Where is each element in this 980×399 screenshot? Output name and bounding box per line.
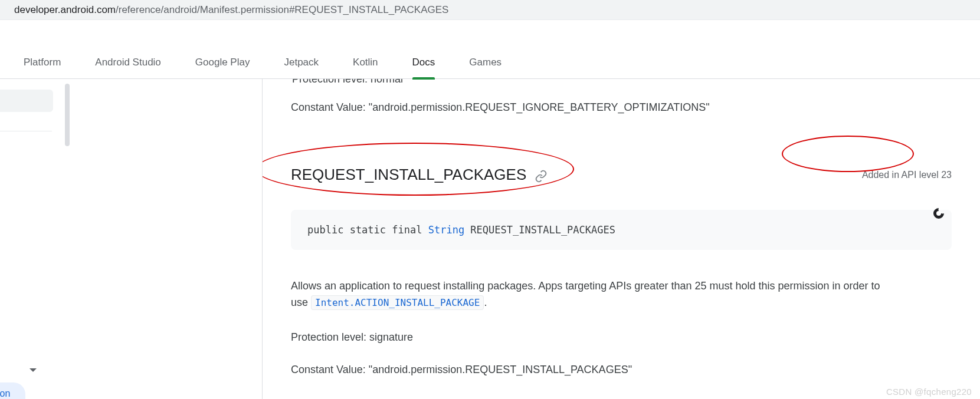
sidebar-item-permission-fragment[interactable]: ssion: [0, 382, 25, 399]
tab-jetpack[interactable]: Jetpack: [284, 46, 319, 79]
tab-docs[interactable]: Docs: [412, 46, 435, 79]
tab-google-play[interactable]: Google Play: [195, 46, 250, 79]
url-path: /reference/android/Manifest.permission#R…: [116, 4, 448, 16]
section-heading-text: REQUEST_INSTALL_PACKAGES: [291, 166, 526, 184]
protection-level: Protection level: signature: [291, 331, 952, 344]
svg-point-0: [936, 211, 941, 216]
tab-games[interactable]: Games: [469, 46, 502, 79]
main-content: Protection level: normal Constant Value:…: [263, 79, 980, 399]
code-name: REQUEST_INSTALL_PACKAGES: [464, 224, 615, 236]
sidebar-scrollbar-thumb[interactable]: [65, 84, 70, 146]
tab-kotlin[interactable]: Kotlin: [353, 46, 378, 79]
link-icon[interactable]: [535, 169, 548, 182]
url-domain: developer.android.com: [14, 4, 116, 16]
previous-section-tail: Protection level: normal Constant Value:…: [291, 79, 952, 114]
left-sidebar: ssion: [0, 79, 70, 399]
prev-constant-value: Constant Value: "android.permission.REQU…: [291, 101, 952, 114]
constant-value: Constant Value: "android.permission.REQU…: [291, 364, 952, 376]
description-post: .: [484, 296, 487, 308]
api-level-badge[interactable]: Added in API level 23: [862, 170, 952, 180]
code-type[interactable]: String: [428, 224, 464, 236]
tab-platform[interactable]: Platform: [24, 46, 61, 79]
section-heading: REQUEST_INSTALL_PACKAGES: [291, 166, 548, 184]
chevron-down-icon[interactable]: [30, 368, 37, 375]
browser-url-bar[interactable]: developer.android.com/reference/android/…: [0, 0, 980, 20]
code-declaration-block: public static final String REQUEST_INSTA…: [291, 210, 952, 250]
watermark-text: CSDN @fqcheng220: [886, 387, 972, 397]
sidebar-divider: [0, 131, 52, 131]
sidebar-selected-item[interactable]: [0, 90, 53, 112]
code-modifiers: public static final: [307, 224, 428, 236]
section-description: Allows an application to request install…: [291, 278, 887, 311]
primary-nav: Platform Android Studio Google Play Jetp…: [0, 46, 980, 79]
tab-android-studio[interactable]: Android Studio: [95, 46, 161, 79]
theme-toggle-icon[interactable]: [932, 206, 946, 220]
inline-code-intent-action[interactable]: Intent.ACTION_INSTALL_PACKAGE: [311, 295, 484, 310]
header-blank-area: [0, 20, 980, 46]
prev-protection-level: Protection level: normal: [291, 79, 952, 84]
